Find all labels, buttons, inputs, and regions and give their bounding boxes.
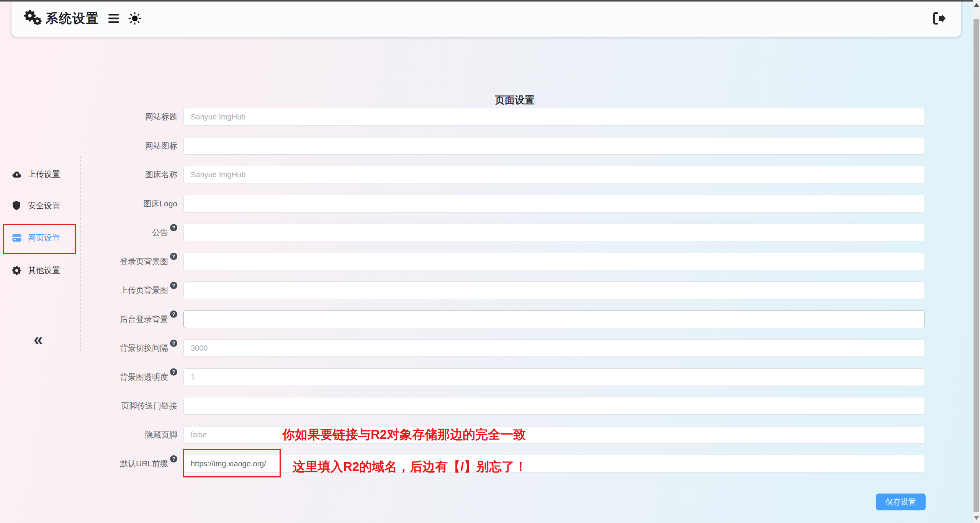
header: 系统设置 (11, 0, 961, 37)
field-label: 公告? (0, 224, 177, 241)
form-row: 隐藏页脚 (0, 426, 931, 444)
form-row: 登录页背景图? (0, 253, 931, 270)
field-label-text: 背景切换间隔 (120, 343, 168, 353)
form-row: 后台登录背景? (0, 311, 931, 328)
scrollbar-up-arrow-icon[interactable] (974, 3, 979, 7)
field-label-text: 上传页背景图 (120, 285, 168, 296)
field-label: 背景切换间隔? (0, 339, 177, 357)
field-input[interactable] (183, 166, 925, 183)
field-input[interactable] (183, 108, 925, 126)
scrollbar-down-arrow-icon[interactable] (974, 516, 979, 520)
field-label: 默认URL前缀? (0, 455, 177, 472)
field-label-text: 默认URL前缀 (120, 458, 168, 469)
field-input[interactable] (183, 397, 925, 415)
logout-icon[interactable] (932, 12, 946, 25)
help-icon[interactable]: ? (170, 253, 177, 260)
field-label-text: 网站标题 (145, 111, 177, 122)
help-icon[interactable]: ? (170, 368, 177, 376)
form-row: 网站标题 (0, 108, 931, 126)
field-input[interactable] (183, 253, 925, 270)
field-label: 网站图标 (0, 137, 177, 155)
form-row: 上传页背景图? (0, 281, 931, 299)
field-label: 背景图透明度? (0, 368, 177, 386)
field-input[interactable] (183, 195, 925, 212)
field-input[interactable] (183, 339, 925, 357)
help-icon[interactable]: ? (170, 311, 177, 318)
field-label: 图床名称 (0, 166, 177, 183)
page-root: 系统设置 上传设置安全设置网页设 (0, 0, 980, 523)
field-input[interactable] (183, 455, 925, 472)
field-label-text: 登录页背景图 (120, 256, 168, 267)
form-row: 公告? (0, 224, 931, 241)
save-settings-button[interactable]: 保存设置 (876, 494, 926, 510)
field-input[interactable] (183, 224, 925, 241)
field-label: 网站标题 (0, 108, 177, 126)
field-label-text: 页脚传送门链接 (121, 400, 177, 411)
field-label-text: 图床Logo (143, 198, 177, 209)
form-row: 图床名称 (0, 166, 931, 183)
help-icon[interactable]: ? (170, 282, 177, 289)
form-row: 背景图透明度? (0, 368, 931, 386)
field-input[interactable] (183, 281, 925, 299)
form-row: 页脚传送门链接 (0, 397, 931, 415)
app-title: 系统设置 (46, 10, 99, 27)
help-icon[interactable]: ? (170, 455, 177, 463)
field-label: 隐藏页脚 (0, 426, 177, 444)
settings-gears-icon (24, 10, 43, 27)
field-label-text: 背景图透明度 (120, 372, 168, 382)
field-label-text: 网站图标 (145, 141, 177, 151)
field-label-text: 后台登录背景 (120, 314, 168, 325)
field-input[interactable] (183, 426, 925, 444)
form-row: 图床Logo (0, 195, 931, 212)
field-label: 后台登录背景? (0, 311, 177, 328)
field-label: 登录页背景图? (0, 253, 177, 270)
field-input[interactable] (183, 311, 925, 328)
form-title: 页面设置 (495, 93, 535, 107)
field-label-text: 公告 (152, 227, 168, 238)
field-input[interactable] (183, 137, 925, 155)
field-label: 上传页背景图? (0, 281, 177, 299)
field-label-text: 隐藏页脚 (145, 430, 177, 440)
form-row: 默认URL前缀? (0, 455, 931, 472)
menu-icon[interactable] (108, 13, 120, 24)
window-top-edge (0, 0, 973, 2)
field-input[interactable] (183, 368, 925, 386)
form-row: 网站图标 (0, 137, 931, 155)
help-icon[interactable]: ? (170, 224, 177, 231)
field-label: 图床Logo (0, 195, 177, 212)
help-icon[interactable]: ? (170, 340, 177, 347)
scrollbar-thumb[interactable] (973, 19, 979, 512)
field-label: 页脚传送门链接 (0, 397, 177, 415)
scrollbar[interactable] (973, 0, 980, 523)
form-row: 背景切换间隔? (0, 339, 931, 357)
field-label-text: 图床名称 (145, 169, 177, 180)
theme-sun-icon[interactable] (128, 12, 141, 25)
